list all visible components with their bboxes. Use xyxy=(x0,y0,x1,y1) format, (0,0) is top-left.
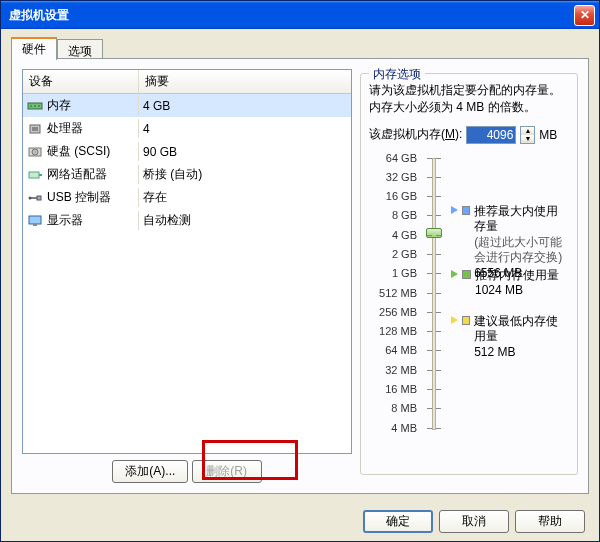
cancel-button[interactable]: 取消 xyxy=(439,510,509,533)
tab-panel: 设备 摘要 内存4 GB处理器4硬盘 (SCSI)90 GB网络适配器桥接 (自… xyxy=(11,58,589,494)
device-summary: 存在 xyxy=(139,188,351,207)
device-row[interactable]: USB 控制器存在 xyxy=(23,186,351,209)
slider-tick-labels: 64 GB32 GB16 GB8 GB4 GB2 GB1 GB512 MB256… xyxy=(369,154,417,434)
tick-mark xyxy=(427,254,432,255)
tick-label: 128 MB xyxy=(369,325,417,337)
spin-up-icon[interactable]: ▲ xyxy=(521,127,534,135)
device-name: 内存 xyxy=(47,97,71,114)
tick-label: 32 GB xyxy=(369,171,417,183)
tick-label: 1 GB xyxy=(369,267,417,279)
tick-mark xyxy=(436,428,441,429)
device-row[interactable]: 处理器4 xyxy=(23,117,351,140)
memory-unit: MB xyxy=(539,128,557,142)
svg-rect-2 xyxy=(34,105,36,107)
tick-label: 4 GB xyxy=(369,229,417,241)
tick-mark xyxy=(427,370,432,371)
marker-recommended: 推荐内存使用量1024 MB xyxy=(451,268,559,299)
memory-input[interactable] xyxy=(466,126,516,144)
device-summary: 自动检测 xyxy=(139,211,351,230)
nic-icon xyxy=(27,168,43,182)
slider-markers: 推荐最大内使用存量(超过此大小可能会进行内存交换)6556 MB 推荐内存使用量… xyxy=(451,154,569,434)
svg-point-10 xyxy=(29,196,32,199)
tick-mark xyxy=(436,312,441,313)
memory-spinner[interactable]: ▲▼ xyxy=(520,126,535,144)
cpu-icon xyxy=(27,122,43,136)
device-name: 硬盘 (SCSI) xyxy=(47,143,110,160)
device-name: 显示器 xyxy=(47,212,83,229)
device-column: 设备 摘要 内存4 GB处理器4硬盘 (SCSI)90 GB网络适配器桥接 (自… xyxy=(22,69,352,483)
triangle-icon xyxy=(451,270,458,278)
titlebar[interactable]: 虚拟机设置 ✕ xyxy=(1,1,599,29)
tick-mark xyxy=(436,273,441,274)
tick-mark xyxy=(436,158,441,159)
close-icon: ✕ xyxy=(580,8,590,22)
device-summary: 90 GB xyxy=(139,142,351,161)
memory-desc: 请为该虚拟机指定要分配的内存量。内存大小必须为 4 MB 的倍数。 xyxy=(369,82,569,116)
tick-mark xyxy=(427,215,432,216)
tick-label: 8 GB xyxy=(369,209,417,221)
marker-min: 建议最低内存使用量512 MB xyxy=(451,314,569,361)
usb-icon xyxy=(27,191,43,205)
tabstrip: 硬件选项 xyxy=(11,37,589,59)
square-icon xyxy=(462,206,470,215)
device-row[interactable]: 显示器自动检测 xyxy=(23,209,351,232)
device-row[interactable]: 网络适配器桥接 (自动) xyxy=(23,163,351,186)
tick-mark xyxy=(427,389,432,390)
memory-input-row: 该虚拟机内存(M): ▲▼ MB xyxy=(369,126,569,144)
display-icon xyxy=(27,214,43,228)
tick-mark xyxy=(436,215,441,216)
tick-label: 16 GB xyxy=(369,190,417,202)
help-button[interactable]: 帮助 xyxy=(515,510,585,533)
tab-hardware[interactable]: 硬件 xyxy=(11,37,57,60)
spin-down-icon[interactable]: ▼ xyxy=(521,135,534,143)
close-button[interactable]: ✕ xyxy=(574,5,595,26)
tick-mark xyxy=(427,331,432,332)
disk-icon xyxy=(27,145,43,159)
tick-mark xyxy=(427,177,432,178)
tick-mark xyxy=(427,350,432,351)
tick-label: 16 MB xyxy=(369,383,417,395)
memory-group: 内存选项 请为该虚拟机指定要分配的内存量。内存大小必须为 4 MB 的倍数。 该… xyxy=(360,73,578,475)
svg-rect-5 xyxy=(32,127,38,131)
tick-mark xyxy=(427,293,432,294)
settings-column: 内存选项 请为该虚拟机指定要分配的内存量。内存大小必须为 4 MB 的倍数。 该… xyxy=(360,69,578,483)
add-button[interactable]: 添加(A)... xyxy=(112,460,188,483)
header-device[interactable]: 设备 xyxy=(23,70,139,93)
slider-thumb[interactable] xyxy=(426,228,442,238)
tick-mark xyxy=(427,408,432,409)
tick-mark xyxy=(436,331,441,332)
tick-mark xyxy=(436,408,441,409)
svg-rect-1 xyxy=(30,105,32,107)
device-summary: 桥接 (自动) xyxy=(139,165,351,184)
device-name: USB 控制器 xyxy=(47,189,111,206)
tick-mark xyxy=(427,428,432,429)
device-summary: 4 xyxy=(139,119,351,138)
device-name: 处理器 xyxy=(47,120,83,137)
memory-slider[interactable] xyxy=(423,154,445,434)
svg-point-7 xyxy=(32,149,38,155)
tick-mark xyxy=(427,312,432,313)
vm-settings-window: 虚拟机设置 ✕ 硬件选项 设备 摘要 内存4 GB处理器4硬盘 (SCSI)90… xyxy=(0,0,600,542)
tick-mark xyxy=(436,235,441,236)
triangle-icon xyxy=(451,206,458,214)
device-summary: 4 GB xyxy=(139,96,351,115)
device-name: 网络适配器 xyxy=(47,166,107,183)
tick-label: 512 MB xyxy=(369,287,417,299)
tick-mark xyxy=(436,293,441,294)
svg-rect-9 xyxy=(39,174,42,176)
list-header: 设备 摘要 xyxy=(23,70,351,94)
device-list[interactable]: 设备 摘要 内存4 GB处理器4硬盘 (SCSI)90 GB网络适配器桥接 (自… xyxy=(22,69,352,454)
device-row[interactable]: 内存4 GB xyxy=(23,94,351,117)
tick-label: 64 MB xyxy=(369,344,417,356)
header-summary[interactable]: 摘要 xyxy=(139,70,351,93)
device-row[interactable]: 硬盘 (SCSI)90 GB xyxy=(23,140,351,163)
ok-button[interactable]: 确定 xyxy=(363,510,433,533)
tick-mark xyxy=(427,158,432,159)
tick-mark xyxy=(427,196,432,197)
tick-mark xyxy=(436,370,441,371)
square-icon xyxy=(462,270,471,279)
memory-label: 该虚拟机内存(M): xyxy=(369,126,462,143)
tick-mark xyxy=(436,350,441,351)
triangle-icon xyxy=(451,316,458,324)
square-icon xyxy=(462,316,470,325)
